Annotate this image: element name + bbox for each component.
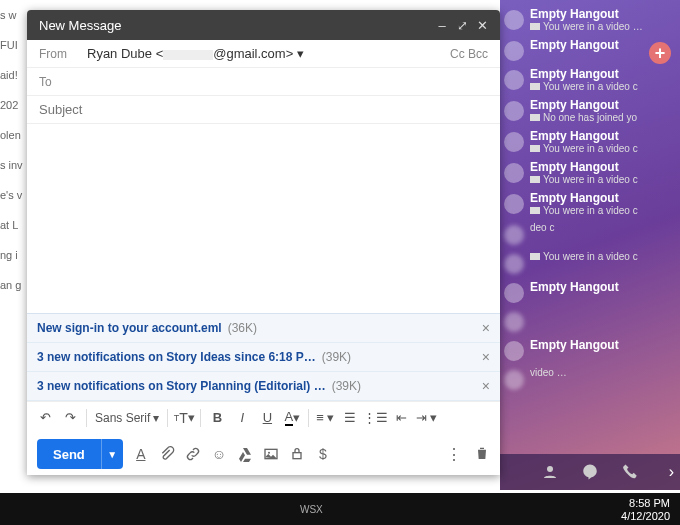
text-color-button[interactable]: A ▾ [280,406,304,430]
hangout-avatar [504,312,524,332]
discard-button[interactable] [474,445,490,461]
redo-button[interactable]: ↷ [58,406,82,430]
hangouts-icon[interactable] [581,463,599,481]
cc-button[interactable]: Cc [450,47,465,61]
svg-rect-3 [293,453,301,459]
compose-title: New Message [39,18,432,33]
svg-point-0 [547,466,553,472]
hangout-avatar [504,163,524,183]
align-button[interactable]: ≡ ▾ [313,406,337,430]
compose-body[interactable] [27,124,500,313]
bold-button[interactable]: B [205,406,229,430]
video-icon [530,145,540,152]
remove-attachment-button[interactable]: × [482,320,490,336]
send-toolbar: Send ▼ A ☺ $ ⋮ [27,433,500,475]
hangouts-panel: + Empty HangoutYou were in a video … Emp… [500,0,680,490]
taskbar-time: 8:58 PM [629,497,670,509]
hangout-item[interactable]: deo c [500,219,680,248]
from-row[interactable]: From Ryan Dube <@gmail.com> ▾ Cc Bcc [27,40,500,68]
formatting-icon[interactable]: A [133,446,149,462]
font-size-button[interactable]: TT ▾ [172,406,196,430]
from-label: From [39,47,87,61]
undo-button[interactable]: ↶ [33,406,57,430]
hangout-item[interactable]: You were in a video c [500,248,680,277]
subject-input[interactable] [39,102,488,117]
taskbar-date: 4/12/2020 [621,510,670,522]
remove-attachment-button[interactable]: × [482,349,490,365]
redacted-email [163,50,213,60]
hangout-item[interactable]: Empty HangoutNo one has joined yo [500,95,680,126]
underline-button[interactable]: U [255,406,279,430]
font-family-select[interactable]: Sans Serif ▾ [91,406,163,430]
attachment-row[interactable]: 3 new notifications on Story Planning (E… [27,372,500,401]
drive-icon[interactable] [237,446,253,462]
send-button[interactable]: Send [37,439,101,469]
hangout-avatar [504,70,524,90]
to-input[interactable] [87,74,488,89]
to-label: To [39,75,87,89]
minimize-button[interactable]: – [432,18,452,33]
more-options-button[interactable]: ⋮ [446,445,462,464]
watermark: WSX [300,504,323,515]
attachments-list: New sign-in to your account.eml(36K)× 3 … [27,313,500,401]
attachment-row[interactable]: 3 new notifications on Story Ideas since… [27,343,500,372]
subject-row[interactable] [27,96,500,124]
hangout-item[interactable]: Empty HangoutYou were in a video c [500,64,680,95]
unordered-list-button[interactable]: ⋮☰ [363,406,388,430]
to-row[interactable]: To [27,68,500,96]
new-hangout-button[interactable]: + [649,42,671,64]
hangout-avatar [504,225,524,245]
hangout-item[interactable]: Empty HangoutYou were in a video … [500,4,680,35]
hangout-item[interactable] [500,306,680,335]
ordered-list-button[interactable]: ☰ [338,406,362,430]
hangout-item[interactable]: Empty Hangout [500,335,680,364]
italic-button[interactable]: I [230,406,254,430]
hangout-avatar [504,132,524,152]
contacts-icon[interactable] [541,463,559,481]
left-truncated-column: s wFUIaid!202olens inve's vat Lng ian g [0,0,27,490]
windows-taskbar[interactable]: WSX 8:58 PM 4/12/2020 [0,493,680,525]
send-options-button[interactable]: ▼ [101,439,123,469]
compose-header[interactable]: New Message – ⤢ ✕ [27,10,500,40]
hangouts-footer: › [500,454,680,490]
compose-window: New Message – ⤢ ✕ From Ryan Dube <@gmail… [27,10,500,475]
close-button[interactable]: ✕ [472,18,492,33]
video-icon [530,176,540,183]
confidential-icon[interactable] [289,446,305,462]
format-toolbar: ↶ ↷ Sans Serif ▾ TT ▾ B I U A ▾ ≡ ▾ ☰ ⋮☰… [27,401,500,433]
video-icon [530,253,540,260]
hangout-item[interactable]: Empty HangoutYou were in a video c [500,188,680,219]
link-icon[interactable] [185,446,201,462]
money-icon[interactable]: $ [315,446,331,462]
indent-more-button[interactable]: ⇥ ▾ [414,406,438,430]
hangout-avatar [504,254,524,274]
emoji-icon[interactable]: ☺ [211,446,227,462]
hangout-item[interactable]: Empty HangoutYou were in a video c [500,157,680,188]
hangout-avatar [504,10,524,30]
hangout-avatar [504,341,524,361]
video-icon [530,114,540,121]
hangout-avatar [504,194,524,214]
attach-icon[interactable] [159,446,175,462]
video-icon [530,23,540,30]
hangout-item[interactable]: video … [500,364,680,393]
bcc-button[interactable]: Bcc [468,47,488,61]
svg-point-2 [268,452,270,454]
hangout-item[interactable]: Empty HangoutYou were in a video c [500,126,680,157]
hangout-avatar [504,41,524,61]
attachment-row[interactable]: New sign-in to your account.eml(36K)× [27,314,500,343]
video-icon [530,83,540,90]
expand-button[interactable]: ⤢ [452,18,472,33]
indent-less-button[interactable]: ⇤ [389,406,413,430]
video-icon [530,207,540,214]
photo-icon[interactable] [263,446,279,462]
hangout-avatar [504,370,524,390]
phone-icon[interactable] [621,463,639,481]
remove-attachment-button[interactable]: × [482,378,490,394]
hangout-item[interactable]: Empty Hangout [500,277,680,306]
hangout-avatar [504,101,524,121]
chevron-right-icon[interactable]: › [669,463,674,481]
hangout-avatar [504,283,524,303]
